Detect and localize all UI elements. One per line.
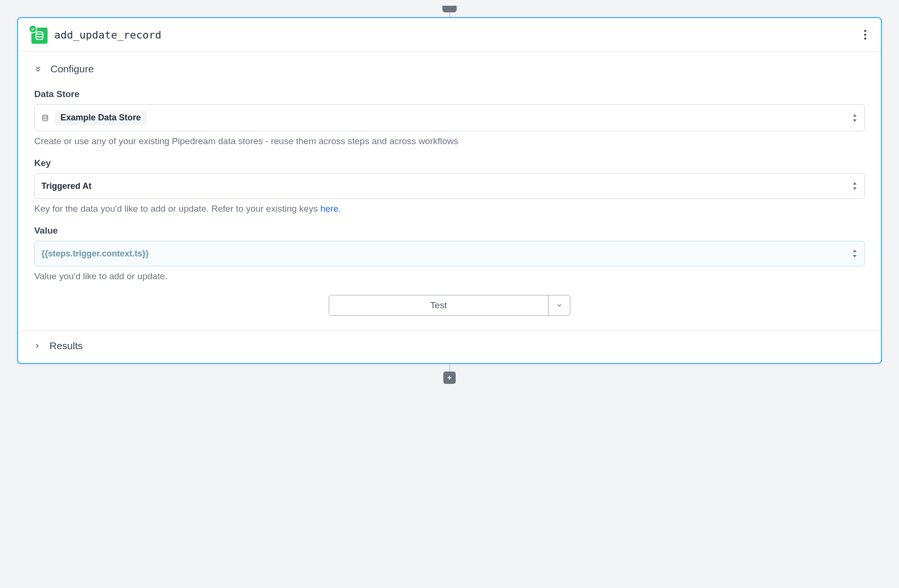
field-data-store: Data Store Example Data Store Create or …	[34, 89, 865, 147]
sort-icon	[852, 249, 858, 258]
data-store-value: Example Data Store	[55, 110, 147, 125]
key-helper: Key for the data you'd like to add or up…	[34, 204, 865, 214]
checkmark-icon	[29, 25, 37, 33]
step-card: add_update_record Configure Data Store E…	[17, 17, 882, 364]
svg-marker-6	[853, 119, 857, 122]
chevron-right-icon	[34, 342, 40, 350]
data-store-select[interactable]: Example Data Store	[34, 104, 865, 131]
double-chevron-down-icon	[34, 65, 42, 73]
data-store-helper: Create or use any of your existing Piped…	[34, 136, 865, 147]
field-key: Key Triggered At Key for the data you'd …	[34, 158, 865, 214]
test-button[interactable]: Test	[329, 295, 548, 315]
results-toggle[interactable]: Results	[18, 330, 881, 363]
step-menu-button[interactable]	[861, 27, 870, 43]
test-button-group: Test	[329, 295, 570, 316]
field-value: Value {{steps.trigger.context.ts}} Value…	[34, 225, 865, 282]
value-value: {{steps.trigger.context.ts}}	[41, 249, 149, 259]
step-title[interactable]: add_update_record	[54, 29, 161, 41]
value-helper: Value you'd like to add or update.	[34, 271, 865, 282]
svg-marker-8	[853, 187, 857, 190]
step-status-icon	[29, 26, 48, 44]
key-helper-suffix: .	[338, 204, 341, 214]
configure-heading: Configure	[50, 63, 94, 75]
sort-icon	[852, 182, 858, 190]
value-label: Value	[34, 225, 865, 236]
configure-toggle[interactable]: Configure	[34, 63, 865, 75]
add-step-button[interactable]	[443, 372, 456, 384]
svg-point-1	[864, 30, 866, 32]
svg-point-4	[43, 115, 48, 117]
step-header: add_update_record	[18, 18, 881, 52]
kebab-icon	[864, 29, 867, 40]
chevron-down-icon	[556, 302, 563, 309]
database-mini-icon	[41, 114, 49, 122]
svg-marker-5	[853, 114, 857, 117]
results-heading: Results	[49, 340, 83, 352]
configure-section: Configure Data Store Example Data Store …	[18, 52, 881, 330]
key-helper-link[interactable]: here	[320, 204, 338, 214]
key-select[interactable]: Triggered At	[34, 173, 865, 199]
plus-icon	[446, 374, 453, 381]
svg-point-3	[864, 38, 866, 39]
svg-marker-7	[853, 182, 857, 185]
sort-icon	[852, 114, 858, 122]
key-helper-prefix: Key for the data you'd like to add or up…	[34, 204, 320, 214]
key-label: Key	[34, 158, 865, 168]
svg-marker-9	[853, 250, 857, 252]
svg-marker-10	[853, 255, 857, 257]
connector-top-nub	[442, 6, 457, 12]
svg-point-2	[864, 34, 866, 36]
svg-point-0	[36, 32, 43, 35]
key-value: Triggered At	[41, 181, 91, 191]
value-select[interactable]: {{steps.trigger.context.ts}}	[34, 241, 865, 266]
data-store-label: Data Store	[34, 89, 865, 99]
test-dropdown-button[interactable]	[548, 295, 570, 315]
